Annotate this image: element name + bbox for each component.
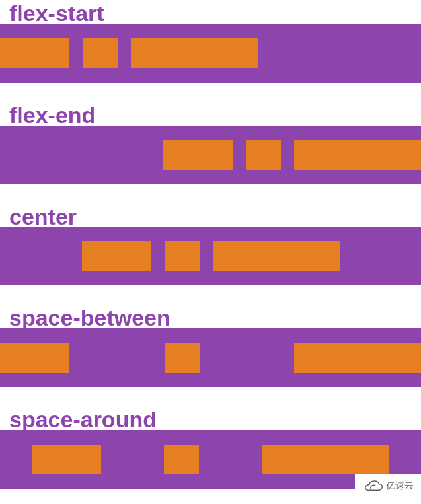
flex-item	[83, 38, 118, 68]
flex-item	[246, 140, 281, 170]
demo-flex-start	[0, 24, 421, 83]
cloud-icon	[362, 480, 383, 493]
flex-item	[213, 241, 340, 271]
label-space-around: space-around	[0, 406, 421, 433]
flex-item	[165, 343, 200, 373]
demo-space-between	[0, 328, 421, 387]
flex-item	[82, 241, 151, 271]
flex-item	[163, 140, 233, 170]
flex-item	[32, 445, 101, 474]
label-center: center	[0, 203, 421, 231]
section-flex-end: flex-end	[0, 102, 421, 184]
flex-item	[294, 140, 421, 170]
demo-center	[0, 227, 421, 285]
flex-item	[165, 241, 200, 271]
section-center: center	[0, 203, 421, 286]
label-flex-end: flex-end	[0, 102, 421, 129]
flex-item	[131, 38, 258, 68]
demo-flex-end	[0, 126, 421, 184]
label-flex-start: flex-start	[0, 0, 421, 27]
flex-item	[164, 445, 199, 474]
brand-name: 亿速云	[386, 480, 414, 492]
label-space-between: space-between	[0, 305, 421, 332]
flex-item	[0, 343, 69, 373]
section-flex-start: flex-start	[0, 0, 421, 83]
flex-item	[294, 343, 421, 373]
flex-item	[0, 38, 69, 68]
brand-badge: 亿速云	[355, 474, 421, 499]
flex-item	[262, 445, 389, 474]
section-space-between: space-between	[0, 305, 421, 387]
